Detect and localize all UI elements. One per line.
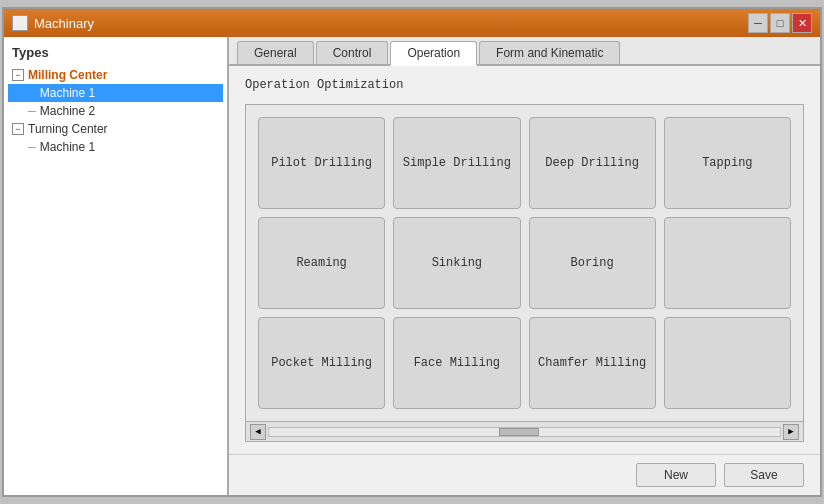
sidebar-item-machine2-milling[interactable]: ─ Machine 2 (8, 102, 223, 120)
tab-operation[interactable]: Operation (390, 41, 477, 66)
main-content: Types − Milling Center ─ Machine 1 ─ Mac… (4, 37, 820, 495)
new-button[interactable]: New (636, 463, 716, 487)
op-chamfer-milling[interactable]: Chamfer Milling (529, 317, 656, 409)
horizontal-scrollbar: ◀ ▶ (246, 421, 803, 441)
main-window: Machinary ─ □ ✕ Types − Milling Center ─… (2, 7, 822, 497)
dash-icon: ─ (28, 87, 36, 99)
op-sinking[interactable]: Sinking (393, 217, 520, 309)
title-bar-left: Machinary (12, 15, 94, 31)
turning-center-label: Turning Center (28, 122, 108, 136)
scroll-right-button[interactable]: ▶ (783, 424, 799, 440)
op-pilot-drilling[interactable]: Pilot Drilling (258, 117, 385, 209)
op-tapping[interactable]: Tapping (664, 117, 791, 209)
op-placeholder1 (664, 217, 791, 309)
machine1-turning-label: Machine 1 (40, 140, 95, 154)
tab-form-and-kinematic[interactable]: Form and Kinematic (479, 41, 620, 64)
op-placeholder2 (664, 317, 791, 409)
scroll-track[interactable] (268, 427, 781, 437)
dash-icon: ─ (28, 105, 36, 117)
maximize-button[interactable]: □ (770, 13, 790, 33)
operation-grid: Pilot Drilling Simple Drilling Deep Dril… (246, 105, 803, 421)
sidebar-item-milling-center[interactable]: − Milling Center (8, 66, 223, 84)
scroll-thumb[interactable] (499, 428, 539, 436)
machine1-milling-label: Machine 1 (40, 86, 95, 100)
op-face-milling[interactable]: Face Milling (393, 317, 520, 409)
op-reaming[interactable]: Reaming (258, 217, 385, 309)
sidebar-item-machine1-turning[interactable]: ─ Machine 1 (8, 138, 223, 156)
title-controls: ─ □ ✕ (748, 13, 812, 33)
app-icon (12, 15, 28, 31)
machine2-milling-label: Machine 2 (40, 104, 95, 118)
left-panel: Types − Milling Center ─ Machine 1 ─ Mac… (4, 37, 229, 495)
operation-title: Operation Optimization (245, 78, 804, 92)
minimize-button[interactable]: ─ (748, 13, 768, 33)
save-button[interactable]: Save (724, 463, 804, 487)
sidebar-item-machine1-milling[interactable]: ─ Machine 1 (8, 84, 223, 102)
operation-panel: Operation Optimization Pilot Drilling Si… (229, 66, 820, 454)
expander-milling-center[interactable]: − (12, 69, 24, 81)
types-header: Types (8, 41, 223, 66)
op-pocket-milling[interactable]: Pocket Milling (258, 317, 385, 409)
op-boring[interactable]: Boring (529, 217, 656, 309)
title-bar: Machinary ─ □ ✕ (4, 9, 820, 37)
tabs-bar: General Control Operation Form and Kinem… (229, 37, 820, 66)
operation-grid-wrapper: Pilot Drilling Simple Drilling Deep Dril… (245, 104, 804, 442)
sidebar-item-turning-center[interactable]: − Turning Center (8, 120, 223, 138)
op-simple-drilling[interactable]: Simple Drilling (393, 117, 520, 209)
scroll-left-button[interactable]: ◀ (250, 424, 266, 440)
dash-icon: ─ (28, 141, 36, 153)
milling-center-label: Milling Center (28, 68, 107, 82)
right-panel: General Control Operation Form and Kinem… (229, 37, 820, 495)
tab-control[interactable]: Control (316, 41, 389, 64)
op-deep-drilling[interactable]: Deep Drilling (529, 117, 656, 209)
window-title: Machinary (34, 16, 94, 31)
expander-turning-center[interactable]: − (12, 123, 24, 135)
tab-general[interactable]: General (237, 41, 314, 64)
bottom-bar: New Save (229, 454, 820, 495)
close-button[interactable]: ✕ (792, 13, 812, 33)
